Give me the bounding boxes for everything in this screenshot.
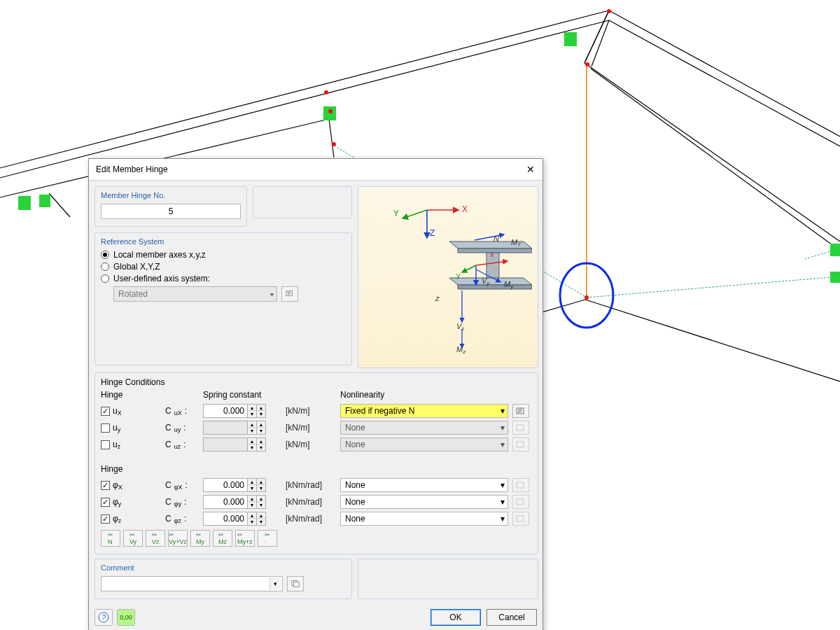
hinge-ux-label: uX (113, 406, 122, 416)
svg-text:z: z (435, 294, 440, 302)
spring-cux-field[interactable]: 0.000▲▼▲▼ (203, 404, 281, 418)
radio-global-axes[interactable]: Global X,Y,Z (101, 262, 346, 272)
svg-text:Z: Z (430, 228, 435, 238)
svg-marker-21 (39, 195, 50, 207)
hinge-conditions-label: Hinge Conditions (101, 377, 532, 387)
hinge-uz-checkbox[interactable]: uz (101, 440, 161, 449)
svg-text:Vz: Vz (456, 322, 465, 332)
svg-line-12 (585, 300, 840, 382)
svg-rect-60 (517, 442, 524, 447)
nonlinearity-phix-edit (512, 478, 529, 492)
svg-line-6 (584, 10, 609, 63)
spring-cphix-field[interactable]: 0.000▲▼▲▼ (203, 478, 281, 492)
svg-rect-63 (517, 516, 524, 522)
comment-label: Comment (101, 564, 346, 572)
secondary-panel (253, 186, 352, 218)
tool-n[interactable]: ✂N (101, 530, 120, 547)
tool-mymz[interactable]: ✂My+z (235, 530, 255, 547)
member-hinge-no-label: Member Hinge No. (101, 191, 241, 200)
svg-text:X: X (462, 204, 468, 214)
secondary-comment-panel (358, 559, 538, 599)
svg-marker-23 (830, 272, 840, 283)
units-button[interactable]: 0,00 (117, 609, 135, 626)
help-button[interactable]: ? (94, 609, 113, 626)
edit-axis-button (281, 286, 298, 302)
spring-cux-label: CuX : (165, 406, 199, 416)
spring-cuy-field: ▲▼▲▼ (203, 421, 281, 435)
svg-line-10 (329, 119, 334, 158)
ok-button[interactable]: OK (430, 609, 481, 626)
svg-marker-19 (564, 32, 577, 46)
radio-local-axes[interactable]: Local member axes x,y,z (101, 250, 346, 260)
unit-label: [kN/m] (286, 406, 336, 416)
member-hinge-no-field[interactable]: 5 (101, 204, 241, 219)
svg-line-3 (609, 20, 840, 146)
hinge-phiz-checkbox[interactable]: φz (101, 514, 161, 524)
nonlinearity-ux-select[interactable]: Fixed if negative N▾ (340, 404, 508, 418)
nonlinearity-phiy-edit (512, 495, 529, 509)
tool-vy[interactable]: ✂Vy (123, 530, 143, 547)
dialog-title: Edit Member Hinge (96, 164, 168, 174)
edit-member-hinge-dialog: Edit Member Hinge ✕ Member Hinge No. 5 R… (88, 158, 543, 630)
hinge-uy-checkbox[interactable]: uy (101, 423, 161, 433)
spring-cphiy-field[interactable]: 0.000▲▼▲▼ (203, 495, 281, 509)
svg-point-24 (607, 9, 611, 13)
radio-user-axes[interactable]: User-defined axis system: (101, 274, 346, 284)
svg-point-28 (584, 295, 589, 300)
cancel-button[interactable]: Cancel (486, 609, 537, 626)
svg-point-29 (324, 90, 328, 94)
nonlinearity-uy-select: None▾ (340, 421, 508, 435)
tool-mz[interactable]: ✂Mz (213, 530, 232, 547)
col-hinge-label: Hinge (101, 390, 161, 400)
nonlinearity-phiz-select[interactable]: None▾ (340, 512, 508, 526)
svg-line-33 (402, 210, 427, 218)
svg-line-7 (584, 63, 840, 241)
svg-line-16 (587, 276, 840, 298)
spring-cuz-field: ▲▼▲▼ (203, 438, 281, 451)
comment-pick-button[interactable] (287, 576, 304, 592)
comment-combo[interactable]: ▾ (101, 576, 283, 592)
user-axis-select: Rotated▾ (113, 286, 277, 302)
svg-text:MT: MT (511, 238, 522, 248)
close-icon[interactable]: ✕ (524, 163, 537, 176)
svg-line-1 (0, 20, 609, 178)
svg-text:Y: Y (393, 209, 399, 218)
nonlinearity-uz-edit (512, 438, 529, 451)
nonlinearity-phiy-select[interactable]: None▾ (340, 495, 508, 509)
tool-vz[interactable]: ✂Vz (146, 530, 165, 547)
nonlinearity-phiz-edit (512, 512, 529, 526)
svg-line-8 (591, 69, 840, 251)
hinge-phix-checkbox[interactable]: φX (101, 480, 161, 490)
svg-line-57 (475, 234, 504, 240)
svg-marker-22 (830, 244, 840, 256)
svg-line-5 (592, 20, 609, 66)
hinge-phiy-checkbox[interactable]: φy (101, 497, 161, 507)
scissors-toolbar: ✂N ✂Vy ✂Vz ✂Vy+Vz ✂My ✂Mz ✂My+z ✂· (101, 530, 532, 547)
svg-line-11 (49, 193, 70, 217)
svg-marker-18 (323, 106, 336, 120)
spring-cphiz-field[interactable]: 0.000▲▼▲▼ (203, 512, 281, 526)
svg-text:Mz: Mz (456, 345, 466, 355)
axis-preview: X Y Z (358, 186, 538, 368)
tool-vyvz[interactable]: ✂Vy+Vz (168, 530, 188, 547)
svg-text:y: y (456, 271, 461, 279)
nonlinearity-uz-select: None▾ (340, 438, 508, 451)
svg-text:x: x (490, 250, 494, 258)
svg-marker-40 (449, 278, 532, 285)
tool-clear[interactable]: ✂· (258, 530, 277, 547)
tool-my[interactable]: ✂My (190, 530, 210, 547)
col-nonlinearity-label: Nonlinearity (340, 390, 508, 400)
svg-line-44 (462, 265, 476, 272)
nonlinearity-uy-edit (512, 421, 529, 435)
nonlinearity-ux-edit[interactable] (512, 404, 529, 418)
svg-rect-59 (517, 425, 524, 430)
svg-point-26 (328, 109, 332, 113)
reference-system-label: Reference System (101, 237, 346, 246)
svg-rect-62 (517, 499, 524, 505)
svg-point-25 (585, 62, 589, 66)
nonlinearity-phix-select[interactable]: None▾ (340, 478, 508, 492)
svg-rect-65 (293, 582, 299, 587)
hinge-ux-checkbox[interactable]: uX (101, 406, 161, 416)
svg-rect-61 (517, 482, 524, 488)
svg-line-0 (0, 10, 609, 168)
